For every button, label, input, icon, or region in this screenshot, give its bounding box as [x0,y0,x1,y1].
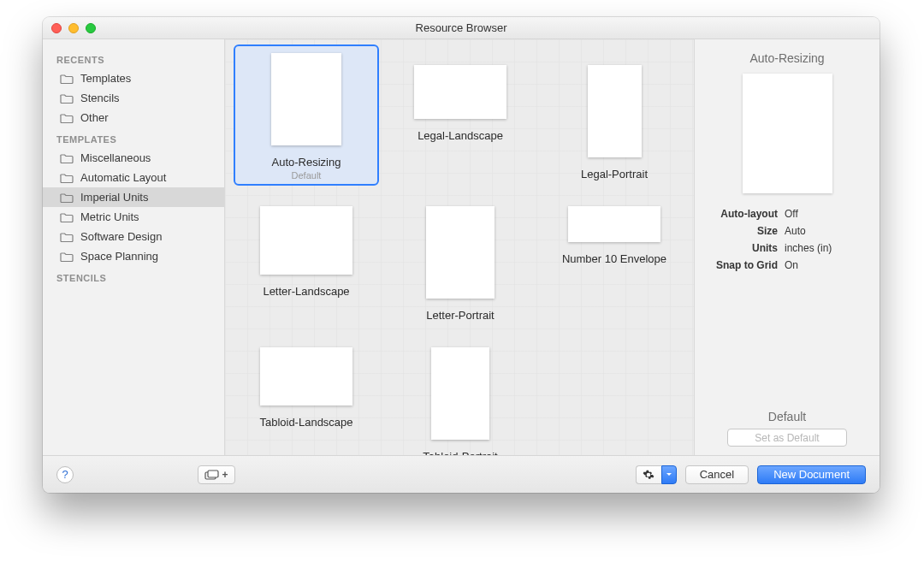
sidebar-item-label: Metric Units [80,210,139,223]
template-thumbnail [568,206,660,242]
sidebar-item-label: Templates [80,72,131,85]
template-item[interactable]: Letter-Landscape [234,186,379,327]
info-panel: Auto-Resizing Auto-layoutOffSizeAutoUnit… [694,39,880,455]
template-thumbnail [260,206,352,275]
template-item[interactable]: Auto-ResizingDefault [234,44,379,186]
template-sublabel: Default [292,170,322,181]
folder-icon [60,113,74,123]
footer-toolbar: ? + Cancel New Document [43,455,880,493]
info-value: On [785,259,798,271]
info-key: Auto-layout [705,208,778,220]
folder-icon [60,173,74,183]
template-label: Number 10 Envelope [562,252,666,265]
sidebar-item[interactable]: Templates [43,68,224,88]
sidebar-heading: STENCILS [43,266,224,287]
sidebar-item-label: Space Planning [80,250,158,263]
template-label: Legal-Portrait [581,168,648,181]
template-item[interactable]: Legal-Portrait [542,44,687,186]
action-menu-dropdown[interactable] [661,465,677,484]
template-item[interactable]: Letter-Portrait [388,186,533,327]
plus-icon: + [222,469,228,481]
template-label: Tabloid-Portrait [423,450,497,455]
sidebar-item-label: Automatic Layout [80,171,166,184]
template-label: Tabloid-Landscape [259,416,352,429]
info-value: inches (in) [785,242,832,254]
template-thumbnail [260,347,352,405]
template-item[interactable]: Number 10 Envelope [542,186,687,327]
new-document-button[interactable]: New Document [757,465,866,484]
template-thumbnail [588,65,642,157]
add-template-button[interactable]: + [198,465,235,484]
action-menu[interactable] [636,465,677,484]
resource-browser-window: Resource Browser RECENTSTemplatesStencil… [43,17,880,493]
template-label: Legal-Landscape [418,129,503,142]
chevron-down-icon [666,471,672,478]
info-key: Snap to Grid [705,259,778,271]
sidebar-item-label: Miscellaneous [80,151,151,164]
info-value: Auto [785,225,806,237]
template-thumbnail [426,206,495,299]
template-item[interactable]: Tabloid-Landscape [234,327,379,455]
folder-icon [60,232,74,242]
folder-icon [60,74,74,84]
info-value: Off [785,208,798,220]
info-row: Snap to GridOn [705,257,869,274]
template-thumbnail [271,53,341,145]
sidebar-item[interactable]: Automatic Layout [43,168,224,187]
titlebar: Resource Browser [43,17,880,39]
sidebar-heading: RECENTS [43,48,224,68]
folder-icon [60,212,74,222]
sidebar-item[interactable]: Space Planning [43,246,224,266]
sidebar-item[interactable]: Software Design [43,227,224,246]
template-preview [743,74,832,193]
template-thumbnail [431,347,489,440]
sidebar-item-label: Imperial Units [80,191,148,204]
info-row: SizeAuto [705,222,869,240]
template-item[interactable]: Legal-Landscape [388,44,533,186]
template-grid[interactable]: Auto-ResizingDefaultLegal-LandscapeLegal… [225,39,694,455]
sidebar-heading: TEMPLATES [43,127,224,148]
info-key: Units [705,242,778,254]
sidebar-item[interactable]: Metric Units [43,207,224,227]
folder-stack-icon [204,470,220,480]
cancel-button[interactable]: Cancel [685,465,749,484]
sidebar-item[interactable]: Other [43,108,224,127]
folder-icon [60,153,74,163]
info-row: Auto-layoutOff [705,205,869,222]
folder-icon [60,252,74,262]
template-label: Letter-Portrait [426,309,494,322]
default-label: Default [705,410,869,423]
sidebar-item[interactable]: Stencils [43,88,224,108]
window-title: Resource Browser [43,21,880,34]
template-thumbnail [414,65,506,119]
info-row: Unitsinches (in) [705,240,869,257]
set-as-default-button[interactable]: Set as Default [727,429,847,447]
sidebar-item-label: Stencils [80,92,120,104]
sidebar-item[interactable]: Miscellaneous [43,148,224,168]
template-label: Letter-Landscape [263,285,349,298]
info-title: Auto-Resizing [705,51,869,65]
sidebar-item[interactable]: Imperial Units [43,187,224,207]
template-item[interactable]: Tabloid-Portrait [388,327,533,455]
folder-icon [60,93,74,104]
window-body: RECENTSTemplatesStencilsOtherTEMPLATESMi… [43,39,880,455]
gear-button[interactable] [636,465,661,484]
sidebar-item-label: Software Design [80,230,162,243]
info-key: Size [705,225,778,237]
sidebar: RECENTSTemplatesStencilsOtherTEMPLATESMi… [43,39,225,455]
sidebar-item-label: Other [80,111,109,124]
svg-rect-1 [208,471,218,477]
folder-icon [60,192,74,203]
template-label: Auto-Resizing [272,156,341,169]
help-button[interactable]: ? [56,466,74,483]
gear-icon [643,469,654,481]
